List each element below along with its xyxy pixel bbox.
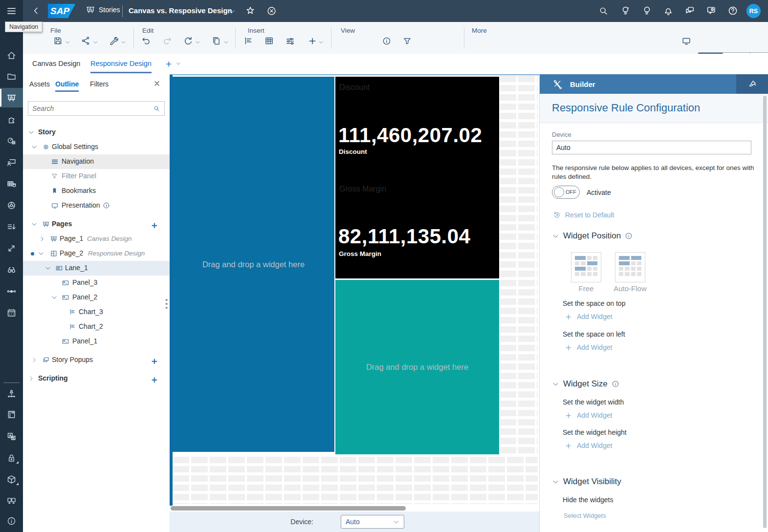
save-menu-chevron[interactable]: [65, 40, 70, 45]
share-menu-chevron[interactable]: [93, 40, 98, 45]
add-widget-space-left[interactable]: ＋Add Widget: [564, 341, 612, 354]
position-autoflow-option[interactable]: [615, 252, 645, 282]
tree-item-presentation[interactable]: Presentation: [23, 198, 170, 213]
feedback-icon[interactable]: [706, 5, 717, 16]
rail-connections-icon[interactable]: [0, 281, 23, 301]
add-widget-space-top[interactable]: ＋Add Widget: [564, 310, 612, 323]
rail-applications-icon[interactable]: [0, 109, 23, 129]
empty-panel-widget[interactable]: Drag and drop a widget here: [335, 280, 499, 454]
notifications-bell-icon[interactable]: [663, 5, 674, 16]
insert-add-icon[interactable]: ＋: [307, 35, 318, 46]
builder-header[interactable]: Builder: [540, 74, 768, 94]
rail-home-icon[interactable]: [0, 45, 23, 65]
close-story-icon[interactable]: [266, 6, 277, 16]
widget-position-section[interactable]: Widget Position: [552, 231, 633, 241]
info-icon[interactable]: [625, 232, 633, 240]
lightbulb-icon[interactable]: [641, 5, 652, 16]
tree-item-story-popups[interactable]: Story Popups ＋: [23, 353, 170, 367]
tree-item-story[interactable]: Story: [23, 125, 170, 140]
rail-files-icon[interactable]: [0, 66, 23, 86]
info-icon[interactable]: [612, 380, 619, 388]
position-free-option[interactable]: [571, 252, 601, 282]
tree-item-panel-3[interactable]: Panel_3: [23, 276, 170, 290]
details-info-icon[interactable]: [382, 36, 392, 46]
duplicate-icon[interactable]: [211, 36, 221, 46]
tree-item-panel-2[interactable]: Panel_2: [23, 290, 170, 305]
tree-item-bookmarks[interactable]: Bookmarks: [23, 184, 170, 198]
panel-resize-handle[interactable]: •••: [165, 298, 168, 310]
insert-table-icon[interactable]: [264, 36, 274, 46]
back-button[interactable]: [31, 6, 41, 16]
builder-scrollbar[interactable]: [763, 96, 767, 528]
tab-filters[interactable]: Filters: [90, 73, 109, 95]
insert-chart-icon[interactable]: [243, 36, 254, 46]
tree-item-pages[interactable]: Pages ＋: [23, 217, 170, 232]
title-chevron-icon[interactable]: [228, 8, 236, 15]
tab-responsive-design[interactable]: Responsive Design: [90, 54, 152, 73]
tools-menu-chevron[interactable]: [121, 40, 126, 45]
share-icon[interactable]: [81, 36, 91, 46]
tree-item-navigation[interactable]: Navigation: [23, 154, 170, 169]
add-page-chevron[interactable]: [176, 54, 181, 73]
empty-panel-widget[interactable]: Drag and drop a widget here: [173, 77, 334, 452]
activate-toggle[interactable]: OFF: [552, 186, 580, 199]
rail-administration-icon[interactable]: [0, 383, 23, 403]
horizontal-scrollbar[interactable]: [171, 506, 406, 511]
discussions-icon[interactable]: [684, 5, 695, 16]
rail-planning-icon[interactable]: [0, 131, 23, 150]
tree-item-global-settings[interactable]: Global Settings: [23, 140, 170, 154]
search-icon[interactable]: [153, 105, 164, 112]
rail-system-icon[interactable]: [0, 490, 23, 510]
outline-search[interactable]: [28, 101, 165, 116]
rail-calendar-icon[interactable]: [0, 303, 23, 322]
rail-security-icon[interactable]: [0, 448, 23, 468]
insert-add-chevron[interactable]: [318, 40, 324, 45]
rail-about-icon[interactable]: [0, 511, 23, 531]
display-mode-icon[interactable]: [681, 36, 692, 46]
tree-item-chart-3[interactable]: Chart_3: [23, 305, 170, 319]
widget-visibility-section[interactable]: Widget Visibility: [552, 477, 621, 487]
rail-data-flows-icon[interactable]: [0, 217, 23, 236]
tree-item-panel-1[interactable]: Panel_1: [23, 334, 170, 349]
ai-assistant-icon[interactable]: [620, 5, 631, 16]
kpi-panel-widget[interactable]: Discount 111,460,207.02 Discount Gross M…: [335, 77, 499, 278]
help-icon[interactable]: [727, 5, 738, 16]
add-script-button[interactable]: ＋: [150, 373, 159, 386]
rail-stories-icon[interactable]: [0, 88, 23, 107]
rail-content-network-icon[interactable]: [0, 469, 23, 489]
tab-outline[interactable]: Outline: [55, 73, 79, 95]
reset-to-default-button[interactable]: Reset to Default: [553, 211, 614, 219]
select-widgets-link[interactable]: Select Widgets: [564, 512, 606, 519]
undo-icon[interactable]: [141, 36, 152, 46]
rail-data-actions-icon[interactable]: [0, 238, 23, 258]
tree-item-scripting[interactable]: Scripting ＋: [23, 371, 170, 386]
search-input[interactable]: [28, 105, 153, 112]
tree-item-lane-1[interactable]: Lane_1: [23, 261, 170, 276]
styling-tab[interactable]: [736, 74, 768, 94]
insert-input-control-icon[interactable]: [285, 36, 295, 46]
rail-explorer-icon[interactable]: [0, 260, 23, 279]
add-widget-width[interactable]: ＋Add Widget: [564, 409, 612, 422]
tools-icon[interactable]: [109, 36, 119, 46]
duplicate-menu-chevron[interactable]: [223, 40, 229, 45]
tab-assets[interactable]: Assets: [29, 73, 50, 95]
rail-translation-icon[interactable]: [0, 426, 23, 446]
refresh-menu-chevron[interactable]: [195, 40, 200, 45]
tab-canvas-design[interactable]: Canvas Design: [32, 54, 80, 73]
add-widget-height[interactable]: ＋Add Widget: [564, 439, 612, 452]
refresh-icon[interactable]: [183, 36, 194, 46]
stories-menu[interactable]: Stories: [86, 5, 120, 15]
add-page-button[interactable]: ＋: [150, 219, 159, 232]
rail-modeler-icon[interactable]: [0, 195, 23, 215]
rail-catalog-icon[interactable]: [0, 404, 23, 424]
rail-presentation-icon[interactable]: [0, 152, 23, 172]
tree-item-filter-panel[interactable]: Filter Panel: [23, 169, 170, 184]
avatar[interactable]: RS: [746, 4, 761, 18]
favorite-star-icon[interactable]: [245, 5, 256, 16]
main-menu-button[interactable]: [0, 0, 23, 22]
tree-item-page-1[interactable]: Page_1 Canvas Design: [23, 232, 170, 246]
device-field[interactable]: Auto: [552, 141, 751, 154]
redo-icon[interactable]: [162, 36, 173, 46]
tree-item-chart-2[interactable]: Chart_2: [23, 319, 170, 334]
tree-item-page-2[interactable]: Page_2 Responsive Design: [23, 246, 170, 261]
